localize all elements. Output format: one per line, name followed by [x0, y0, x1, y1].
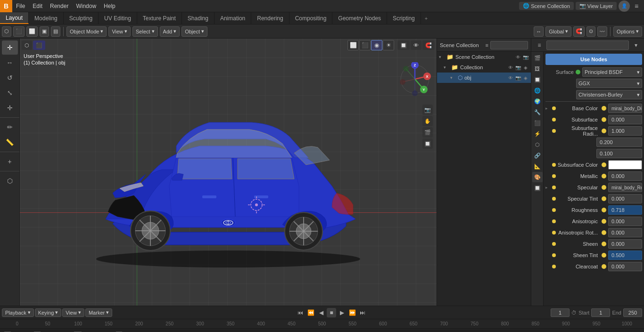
render-preview-btn[interactable]: 🔲 [422, 138, 433, 149]
view-menu[interactable]: View ▾ [108, 26, 131, 37]
cursor-tool[interactable]: ✛ [2, 40, 18, 55]
viewport-gizmo-btn[interactable]: 🔲 [397, 40, 410, 50]
transform-tool[interactable]: ✛ [2, 101, 18, 115]
prop-output-icon[interactable]: 🖼 [532, 64, 543, 74]
sheen-tint-field[interactable]: 0.500 [608, 251, 642, 260]
sr-field3[interactable]: 0.100 [596, 149, 642, 158]
menu-help[interactable]: Help [100, 0, 119, 12]
current-frame-field[interactable]: 1 [551, 308, 570, 317]
add-tool[interactable]: + [2, 154, 18, 169]
measure-tool[interactable]: 📏 [2, 135, 18, 149]
snap-btn[interactable]: 🧲 [573, 26, 585, 37]
play-next-btn[interactable]: ⏩ [347, 308, 357, 317]
tab-layout[interactable]: Layout [0, 12, 29, 24]
specular-field[interactable]: mirai_body_Reflect_... [608, 183, 642, 192]
ar-field[interactable]: 0.000 [608, 228, 642, 237]
outliner-collection[interactable]: ▾ 📁 Collection 👁 📷 ◈ [437, 62, 531, 73]
prop-physics-icon[interactable]: ⬡ [532, 139, 543, 150]
properties-search[interactable] [546, 40, 629, 50]
roughness-field[interactable]: 0.718 [608, 205, 642, 215]
playback-dropdown[interactable]: Playback ▾ [2, 308, 34, 317]
hand-icon-btn[interactable]: ✋ [422, 116, 433, 126]
menu-render[interactable]: Render [46, 0, 72, 12]
stop-btn[interactable]: ■ [327, 308, 336, 317]
prop-particles-icon[interactable]: ⚡ [532, 129, 543, 139]
extra-btn1[interactable]: 〰 [597, 26, 607, 37]
tab-compositing[interactable]: Compositing [289, 12, 333, 24]
move-tool[interactable]: ↔ [2, 56, 18, 70]
play-btn[interactable]: ▶ [337, 308, 347, 317]
sc-color-field[interactable] [608, 160, 642, 170]
vis-render-icon3[interactable]: 📷 [515, 74, 521, 81]
prop-data-icon[interactable]: 📐 [532, 161, 543, 171]
menu-file[interactable]: File [12, 0, 29, 12]
outliner-search[interactable] [490, 41, 528, 49]
vis-extra-icon3[interactable]: ◈ [522, 74, 529, 81]
prop-material-icon[interactable]: 🎨 [532, 172, 543, 182]
outliner-scene-collection[interactable]: ▾ 📁 Scene Collection 👁 📷 [437, 52, 531, 62]
tab-modeling[interactable]: Modeling [29, 12, 64, 24]
prop-geometry-icon[interactable]: 🔲 [532, 183, 543, 193]
outliner-filter-btn[interactable]: ≡ [485, 41, 489, 49]
object-menu[interactable]: Object ▾ [182, 26, 207, 37]
cb-dropdown[interactable]: Christensen-Burley ▾ [576, 90, 642, 99]
prop-menu-btn[interactable]: ≡ [534, 40, 545, 50]
scene-selector[interactable]: 🌐 Scene Collection [519, 2, 574, 10]
viewport-overlay-btn[interactable]: ⬛ [33, 40, 45, 50]
prop-viewlayer-icon[interactable]: 🔲 [532, 74, 543, 85]
use-nodes-button[interactable]: Use Nodes [545, 54, 642, 65]
tab-rendering[interactable]: Rendering [251, 12, 289, 24]
vis-eye-icon3[interactable]: 👁 [507, 74, 514, 81]
toolbar-icon-btn2[interactable]: ⬛ [13, 26, 25, 37]
clearcoat-field[interactable]: 0.000 [608, 262, 642, 271]
viewport[interactable]: ⬡ ⬛ User Perspective (1) Collection | ob… [20, 39, 437, 306]
st-field[interactable]: 0.000 [608, 194, 642, 203]
prop-scene-icon[interactable]: 🌐 [532, 85, 543, 96]
tab-geometry-nodes[interactable]: Geometry Nodes [332, 12, 387, 24]
proportional-btn[interactable]: ⊙ [586, 26, 595, 37]
toolbar-icon-btn3[interactable]: ⬜ [26, 26, 38, 37]
tab-sculpting[interactable]: Sculpting [64, 12, 99, 24]
viewlayer-selector[interactable]: 📷 View Layer [576, 2, 617, 10]
material-preview-btn[interactable]: ◉ [371, 40, 382, 50]
toolbar-icon-btn1[interactable]: ⬡ [2, 26, 11, 37]
keying-dropdown[interactable]: Keying ▾ [35, 308, 62, 317]
vis-extra-icon[interactable]: ◈ [522, 64, 529, 71]
toolbar-icon-btn5[interactable]: ▤ [51, 26, 60, 37]
video-icon-btn[interactable]: 🎬 [422, 127, 433, 138]
sr-field[interactable]: 1.000 [608, 126, 642, 136]
tab-uv-editing[interactable]: UV Editing [99, 12, 137, 24]
add-workspace-button[interactable]: + [421, 12, 431, 24]
prop-modifiers-icon[interactable]: ⬛ [532, 118, 543, 128]
rendered-btn[interactable]: ☀ [383, 40, 394, 50]
menu-window[interactable]: Window [72, 0, 100, 12]
wireframe-btn[interactable]: ⬜ [347, 40, 359, 50]
timeline-ruler[interactable]: 0 50 100 150 200 250 300 350 400 450 500… [0, 319, 644, 328]
viewport-render-mode-btn[interactable]: ⬡ [22, 40, 32, 50]
transform-dropdown[interactable]: Global ▾ [545, 26, 571, 37]
subsurface-field[interactable]: 0.000 [608, 115, 642, 124]
tab-texture-paint[interactable]: Texture Paint [137, 12, 182, 24]
ani-field[interactable]: 0.000 [608, 217, 642, 226]
outliner-obj[interactable]: ▾ ⬡ obj 👁 📷 ◈ [437, 73, 531, 83]
prop-object-icon[interactable]: 🔧 [532, 107, 543, 117]
tab-animation[interactable]: Animation [215, 12, 251, 24]
extra-tool[interactable]: ⬡ [2, 174, 18, 188]
play-prev-btn[interactable]: ⏪ [306, 308, 315, 317]
ggx-dropdown[interactable]: GGX ▾ [576, 79, 642, 88]
rotate-tool[interactable]: ↺ [2, 71, 18, 85]
transform-move[interactable]: ↔ [534, 26, 544, 37]
viewport-snap-btn[interactable]: 🧲 [422, 40, 435, 50]
viewport-overlay-toggle[interactable]: 👁 [411, 40, 421, 50]
base-color-field[interactable]: mirai_body_Diffuse_... [608, 104, 642, 113]
bsdf-dropdown[interactable]: Principled BSDF ▾ [582, 67, 642, 77]
annotate-tool[interactable]: ✏ [2, 120, 18, 134]
toolbar-icon-btn4[interactable]: ▣ [40, 26, 49, 37]
vis-render-icon[interactable]: 📷 [522, 54, 529, 60]
prop-constraints-icon[interactable]: 🔗 [532, 150, 543, 161]
scale-tool[interactable]: ⤡ [2, 86, 18, 100]
add-menu[interactable]: Add ▾ [160, 26, 180, 37]
sheen-field[interactable]: 0.000 [608, 239, 642, 249]
select-menu[interactable]: Select ▾ [132, 26, 158, 37]
vis-render-icon2[interactable]: 📷 [515, 64, 521, 71]
